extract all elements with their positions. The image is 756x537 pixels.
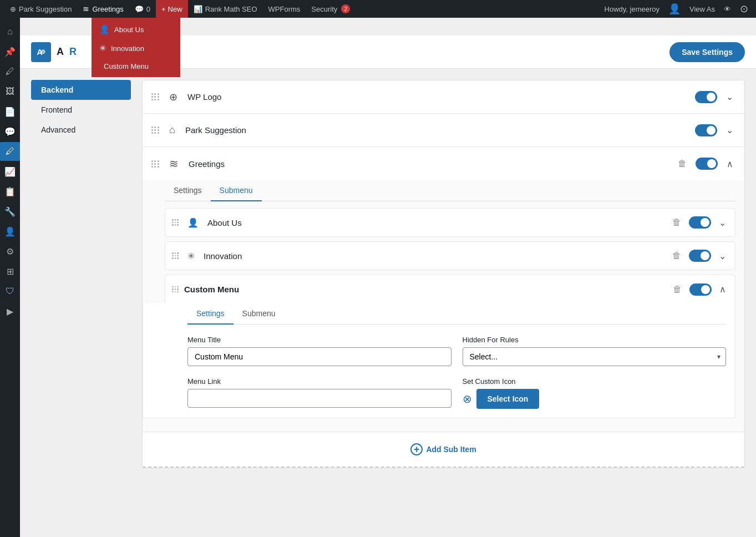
greetings-toggle[interactable]	[696, 158, 718, 170]
left-nav: Backend Frontend Advanced	[31, 80, 131, 468]
sidebar-icon-users[interactable]: 👤	[0, 222, 20, 241]
drag-handle-custom-menu[interactable]	[172, 286, 179, 293]
hidden-rules-group: Hidden For Rules Select... ▾	[463, 336, 727, 366]
comments-count: 0	[146, 5, 150, 13]
drag-handle-park-suggestion[interactable]	[151, 126, 159, 134]
plus-icon: +	[161, 5, 166, 13]
tab-submenu-custom-menu[interactable]: Submenu	[234, 303, 285, 325]
about-us-sub-icon: 👤	[187, 217, 199, 228]
drag-handle-innovation[interactable]	[172, 252, 179, 259]
menu-link-input[interactable]	[187, 389, 451, 408]
clear-icon-button[interactable]: ⊗	[463, 392, 472, 406]
greetings-icon: ≋	[83, 4, 89, 13]
adminbar-comments[interactable]: 💬 0	[129, 0, 156, 18]
greetings-expand-btn[interactable]: ∧	[724, 156, 735, 171]
greetings-label: Greetings	[92, 5, 123, 13]
sidebar-icon-pages[interactable]: 📄	[0, 102, 20, 121]
plugin-gear-icon: ⚙	[40, 49, 45, 55]
hidden-rules-select[interactable]: Select...	[463, 347, 727, 366]
menu-link-group: Menu Link	[187, 377, 451, 409]
drag-handle-wp-logo[interactable]	[151, 93, 159, 100]
custom-menu-form: Menu Title Hidden For Rules Select... ▾	[187, 336, 726, 409]
sidebar-icon-posts[interactable]: 🖊	[0, 62, 20, 81]
sidebar-icon-pin[interactable]: 📌	[0, 42, 20, 61]
custom-menu-settings-section: Settings Submenu Menu Title Hidden For R…	[143, 303, 735, 418]
security-label: Security	[311, 5, 337, 13]
save-settings-button[interactable]: Save Settings	[669, 42, 745, 62]
sidebar-icon-play[interactable]: ▶	[0, 302, 20, 321]
innovation-toggle[interactable]	[689, 250, 711, 262]
innovation-delete-btn[interactable]: 🗑	[670, 249, 683, 263]
sidebar-icon-media[interactable]: 🖼	[0, 82, 20, 101]
sidebar-icon-comments[interactable]: 💬	[0, 122, 20, 141]
dropdown-custom-menu[interactable]: Custom Menu	[92, 58, 180, 75]
icon-btn-group: ⊗ Select Icon	[463, 389, 727, 409]
hidden-rules-select-wrapper: Select... ▾	[463, 347, 727, 366]
custom-menu-expand-btn[interactable]: ∧	[717, 282, 728, 297]
park-suggestion-menu-icon: ⌂	[169, 124, 175, 136]
wp-logo-expand-btn[interactable]: ⌄	[724, 89, 735, 104]
dropdown-about-us[interactable]: 👤 About Us	[92, 20, 180, 39]
wp-logo-toggle[interactable]	[695, 91, 717, 103]
add-sub-item-button[interactable]: + Add Sub Item	[410, 443, 476, 455]
adminbar-new[interactable]: + New	[156, 0, 188, 18]
custom-menu-toggle[interactable]	[689, 283, 712, 296]
dropdown-innovation[interactable]: ✳ Innovation	[92, 39, 180, 58]
comments-icon: 💬	[135, 5, 144, 13]
menu-title-input[interactable]	[187, 347, 451, 366]
tab-submenu-greetings[interactable]: Submenu	[211, 180, 262, 201]
nav-frontend[interactable]: Frontend	[31, 100, 131, 120]
park-suggestion-toggle[interactable]	[695, 124, 717, 136]
adminbar-security[interactable]: Security 2	[306, 0, 356, 18]
sidebar-icon-plugin[interactable]: 🖊	[0, 142, 20, 161]
sidebar-icon-analytics[interactable]: 📈	[0, 162, 20, 181]
about-us-toggle[interactable]	[689, 216, 711, 229]
adminbar-site[interactable]: ⊕ Park Suggestion	[4, 0, 77, 18]
select-icon-button[interactable]: Select Icon	[476, 389, 540, 409]
innovation-expand-btn[interactable]: ⌄	[717, 249, 728, 264]
innovation-icon: ✳	[99, 43, 106, 53]
howdy-label[interactable]: Howdy, jemeeroy	[601, 5, 663, 13]
drag-handle-greetings[interactable]	[151, 160, 159, 168]
about-us-delete-btn[interactable]: 🗑	[670, 215, 683, 230]
greetings-menu-icon: ≋	[169, 157, 179, 170]
adminbar-rankmath[interactable]: 📊 Rank Math SEO	[188, 0, 263, 18]
security-badge: 2	[341, 4, 350, 13]
adminbar-wpforms[interactable]: WPForms	[263, 0, 306, 18]
about-us-expand-btn[interactable]: ⌄	[717, 215, 728, 230]
greetings-delete-btn[interactable]: 🗑	[676, 156, 689, 171]
menu-item-greetings: ≋ Greetings 🗑 ∧	[143, 147, 744, 180]
new-label: New	[168, 5, 182, 13]
menu-link-label: Menu Link	[187, 377, 451, 386]
sidebar-icon-dashboard[interactable]: ⌂	[0, 22, 20, 41]
sidebar-icon-tools[interactable]: 🔧	[0, 202, 20, 221]
custom-menu-tabs: Settings Submenu	[187, 303, 726, 325]
view-as-label[interactable]: View As	[686, 5, 718, 13]
adminbar-greetings[interactable]: ≋ Greetings	[77, 0, 129, 18]
set-icon-group: Set Custom Icon ⊗ Select Icon	[463, 377, 727, 409]
custom-menu-delete-btn[interactable]: 🗑	[671, 282, 684, 297]
admin-bar: ⊕ Park Suggestion ≋ Greetings 💬 0 + New …	[0, 0, 756, 18]
add-sub-item-area[interactable]: + Add Sub Item	[143, 432, 744, 468]
add-sub-item-plus-icon: +	[410, 443, 423, 455]
menu-item-wp-logo: ⊕ WP Logo ⌄	[143, 80, 744, 114]
sidebar-icon-settings[interactable]: ⚙	[0, 242, 20, 261]
tab-settings-custom-menu[interactable]: Settings	[187, 303, 234, 325]
sidebar-icon-pages2[interactable]: 📋	[0, 182, 20, 201]
sidebar-icon-security[interactable]: 🛡	[0, 282, 20, 301]
plugin-title-r: R	[69, 46, 77, 58]
nav-advanced[interactable]: Advanced	[31, 120, 131, 140]
tab-settings-greetings[interactable]: Settings	[165, 180, 211, 201]
hidden-rules-label: Hidden For Rules	[463, 336, 727, 344]
wp-logo-menu-icon: ⊕	[169, 91, 177, 103]
drag-handle-about-us[interactable]	[172, 219, 179, 226]
rankmath-label: Rank Math SEO	[205, 5, 257, 13]
greetings-tabs: Settings Submenu	[165, 180, 735, 201]
dropdown-custom-menu-label: Custom Menu	[104, 62, 149, 70]
nav-backend[interactable]: Backend	[31, 80, 131, 100]
greetings-dropdown: 👤 About Us ✳ Innovation Custom Menu	[92, 18, 180, 77]
main-panel: ⊕ WP Logo ⌄ ⌂ Park Suggestion	[142, 80, 745, 468]
plugin-title-text: A	[57, 46, 64, 58]
park-suggestion-expand-btn[interactable]: ⌄	[724, 123, 735, 138]
sidebar-icon-apps[interactable]: ⊞	[0, 262, 20, 281]
